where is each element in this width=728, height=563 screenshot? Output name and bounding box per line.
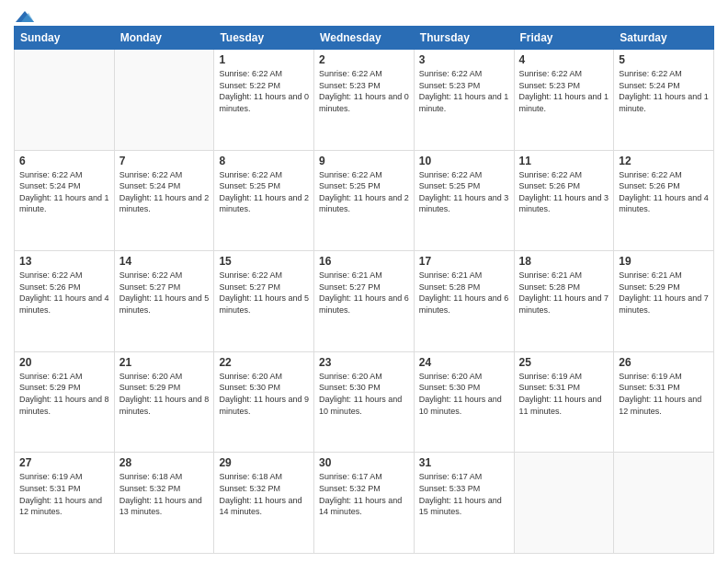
calendar-cell: 18Sunrise: 6:21 AMSunset: 5:28 PMDayligh… bbox=[514, 251, 614, 352]
day-number: 20 bbox=[19, 356, 109, 369]
cell-info: Sunrise: 6:22 AMSunset: 5:24 PMDaylight:… bbox=[19, 170, 109, 214]
cell-info: Sunrise: 6:22 AMSunset: 5:23 PMDaylight:… bbox=[519, 69, 609, 113]
cell-info: Sunrise: 6:18 AMSunset: 5:32 PMDaylight:… bbox=[219, 472, 301, 516]
logo bbox=[14, 9, 34, 20]
cell-info: Sunrise: 6:20 AMSunset: 5:30 PMDaylight:… bbox=[419, 372, 502, 416]
day-header-sunday: Sunday bbox=[15, 27, 115, 50]
cell-info: Sunrise: 6:22 AMSunset: 5:23 PMDaylight:… bbox=[419, 69, 509, 113]
calendar-cell: 26Sunrise: 6:19 AMSunset: 5:31 PMDayligh… bbox=[614, 351, 714, 453]
cell-info: Sunrise: 6:22 AMSunset: 5:27 PMDaylight:… bbox=[119, 270, 210, 315]
calendar-cell bbox=[514, 453, 614, 554]
calendar-cell: 20Sunrise: 6:21 AMSunset: 5:29 PMDayligh… bbox=[15, 351, 115, 453]
day-number: 2 bbox=[319, 53, 409, 66]
day-header-wednesday: Wednesday bbox=[314, 27, 415, 50]
calendar-cell: 19Sunrise: 6:21 AMSunset: 5:29 PMDayligh… bbox=[614, 251, 714, 352]
calendar-cell: 25Sunrise: 6:19 AMSunset: 5:31 PMDayligh… bbox=[514, 351, 614, 453]
cell-info: Sunrise: 6:22 AMSunset: 5:24 PMDaylight:… bbox=[619, 69, 709, 113]
cell-info: Sunrise: 6:21 AMSunset: 5:29 PMDaylight:… bbox=[619, 270, 709, 315]
day-number: 14 bbox=[119, 255, 210, 268]
day-number: 21 bbox=[119, 356, 210, 369]
header bbox=[14, 9, 714, 20]
calendar-cell: 27Sunrise: 6:19 AMSunset: 5:31 PMDayligh… bbox=[15, 453, 115, 554]
day-number: 11 bbox=[519, 155, 609, 167]
cell-info: Sunrise: 6:20 AMSunset: 5:29 PMDaylight:… bbox=[119, 372, 210, 416]
calendar-cell: 15Sunrise: 6:22 AMSunset: 5:27 PMDayligh… bbox=[214, 251, 314, 352]
calendar-cell: 28Sunrise: 6:18 AMSunset: 5:32 PMDayligh… bbox=[114, 453, 214, 554]
day-number: 22 bbox=[219, 356, 309, 369]
calendar-cell: 6Sunrise: 6:22 AMSunset: 5:24 PMDaylight… bbox=[15, 150, 115, 251]
calendar-cell: 31Sunrise: 6:17 AMSunset: 5:33 PMDayligh… bbox=[414, 453, 514, 554]
day-number: 19 bbox=[619, 255, 709, 268]
calendar-cell: 3Sunrise: 6:22 AMSunset: 5:23 PMDaylight… bbox=[414, 50, 514, 151]
day-header-thursday: Thursday bbox=[414, 27, 514, 50]
cell-info: Sunrise: 6:19 AMSunset: 5:31 PMDaylight:… bbox=[619, 372, 701, 416]
calendar-cell: 5Sunrise: 6:22 AMSunset: 5:24 PMDaylight… bbox=[614, 50, 714, 151]
cell-info: Sunrise: 6:20 AMSunset: 5:30 PMDaylight:… bbox=[319, 372, 402, 416]
day-number: 5 bbox=[619, 53, 709, 66]
day-number: 4 bbox=[519, 53, 609, 66]
day-number: 26 bbox=[619, 356, 709, 369]
cell-info: Sunrise: 6:22 AMSunset: 5:25 PMDaylight:… bbox=[319, 170, 409, 214]
cell-info: Sunrise: 6:19 AMSunset: 5:31 PMDaylight:… bbox=[519, 372, 602, 416]
cell-info: Sunrise: 6:22 AMSunset: 5:25 PMDaylight:… bbox=[219, 170, 309, 214]
calendar-cell: 24Sunrise: 6:20 AMSunset: 5:30 PMDayligh… bbox=[414, 351, 514, 453]
cell-info: Sunrise: 6:22 AMSunset: 5:23 PMDaylight:… bbox=[319, 69, 409, 113]
day-number: 18 bbox=[519, 255, 609, 268]
day-number: 23 bbox=[319, 356, 409, 369]
day-number: 8 bbox=[219, 155, 309, 167]
day-header-monday: Monday bbox=[114, 27, 214, 50]
day-header-saturday: Saturday bbox=[614, 27, 714, 50]
cell-info: Sunrise: 6:19 AMSunset: 5:31 PMDaylight:… bbox=[19, 472, 102, 516]
day-number: 16 bbox=[319, 255, 409, 268]
week-row-3: 13Sunrise: 6:22 AMSunset: 5:26 PMDayligh… bbox=[15, 251, 714, 352]
cell-info: Sunrise: 6:22 AMSunset: 5:27 PMDaylight:… bbox=[219, 270, 309, 315]
calendar-cell: 17Sunrise: 6:21 AMSunset: 5:28 PMDayligh… bbox=[414, 251, 514, 352]
calendar-cell: 23Sunrise: 6:20 AMSunset: 5:30 PMDayligh… bbox=[314, 351, 415, 453]
cell-info: Sunrise: 6:22 AMSunset: 5:22 PMDaylight:… bbox=[219, 69, 309, 113]
calendar-cell: 14Sunrise: 6:22 AMSunset: 5:27 PMDayligh… bbox=[114, 251, 214, 352]
calendar-cell bbox=[114, 50, 214, 151]
day-header-friday: Friday bbox=[514, 27, 614, 50]
calendar-cell: 2Sunrise: 6:22 AMSunset: 5:23 PMDaylight… bbox=[314, 50, 415, 151]
cell-info: Sunrise: 6:20 AMSunset: 5:30 PMDaylight:… bbox=[219, 372, 309, 416]
calendar-cell: 29Sunrise: 6:18 AMSunset: 5:32 PMDayligh… bbox=[214, 453, 314, 554]
calendar-cell: 11Sunrise: 6:22 AMSunset: 5:26 PMDayligh… bbox=[514, 150, 614, 251]
cell-info: Sunrise: 6:21 AMSunset: 5:29 PMDaylight:… bbox=[19, 372, 109, 416]
calendar-table: SundayMondayTuesdayWednesdayThursdayFrid… bbox=[14, 26, 714, 554]
week-row-2: 6Sunrise: 6:22 AMSunset: 5:24 PMDaylight… bbox=[15, 150, 714, 251]
day-header-tuesday: Tuesday bbox=[214, 27, 314, 50]
calendar-cell: 21Sunrise: 6:20 AMSunset: 5:29 PMDayligh… bbox=[114, 351, 214, 453]
calendar-cell: 4Sunrise: 6:22 AMSunset: 5:23 PMDaylight… bbox=[514, 50, 614, 151]
calendar-cell bbox=[15, 50, 115, 151]
day-number: 6 bbox=[19, 155, 109, 167]
day-number: 30 bbox=[319, 456, 409, 469]
calendar-cell: 30Sunrise: 6:17 AMSunset: 5:32 PMDayligh… bbox=[314, 453, 415, 554]
day-number: 17 bbox=[419, 255, 509, 268]
cell-info: Sunrise: 6:21 AMSunset: 5:28 PMDaylight:… bbox=[519, 270, 609, 315]
page: SundayMondayTuesdayWednesdayThursdayFrid… bbox=[0, 0, 728, 563]
day-number: 3 bbox=[419, 53, 509, 66]
day-number: 9 bbox=[319, 155, 409, 167]
calendar-cell: 16Sunrise: 6:21 AMSunset: 5:27 PMDayligh… bbox=[314, 251, 415, 352]
cell-info: Sunrise: 6:21 AMSunset: 5:28 PMDaylight:… bbox=[419, 270, 509, 315]
week-row-1: 1Sunrise: 6:22 AMSunset: 5:22 PMDaylight… bbox=[15, 50, 714, 151]
cell-info: Sunrise: 6:21 AMSunset: 5:27 PMDaylight:… bbox=[319, 270, 409, 315]
calendar-cell: 10Sunrise: 6:22 AMSunset: 5:25 PMDayligh… bbox=[414, 150, 514, 251]
day-number: 29 bbox=[219, 456, 309, 469]
calendar-cell: 9Sunrise: 6:22 AMSunset: 5:25 PMDaylight… bbox=[314, 150, 415, 251]
calendar-cell: 12Sunrise: 6:22 AMSunset: 5:26 PMDayligh… bbox=[614, 150, 714, 251]
week-row-5: 27Sunrise: 6:19 AMSunset: 5:31 PMDayligh… bbox=[15, 453, 714, 554]
day-number: 1 bbox=[219, 53, 309, 66]
cell-info: Sunrise: 6:17 AMSunset: 5:32 PMDaylight:… bbox=[319, 472, 402, 516]
cell-info: Sunrise: 6:18 AMSunset: 5:32 PMDaylight:… bbox=[119, 472, 202, 516]
day-number: 12 bbox=[619, 155, 709, 167]
calendar-cell: 1Sunrise: 6:22 AMSunset: 5:22 PMDaylight… bbox=[214, 50, 314, 151]
cell-info: Sunrise: 6:17 AMSunset: 5:33 PMDaylight:… bbox=[419, 472, 502, 516]
cell-info: Sunrise: 6:22 AMSunset: 5:26 PMDaylight:… bbox=[519, 170, 609, 214]
cell-info: Sunrise: 6:22 AMSunset: 5:25 PMDaylight:… bbox=[419, 170, 509, 214]
calendar-cell: 13Sunrise: 6:22 AMSunset: 5:26 PMDayligh… bbox=[15, 251, 115, 352]
day-number: 13 bbox=[19, 255, 109, 268]
calendar-cell: 8Sunrise: 6:22 AMSunset: 5:25 PMDaylight… bbox=[214, 150, 314, 251]
day-number: 27 bbox=[19, 456, 109, 469]
day-number: 31 bbox=[419, 456, 509, 469]
